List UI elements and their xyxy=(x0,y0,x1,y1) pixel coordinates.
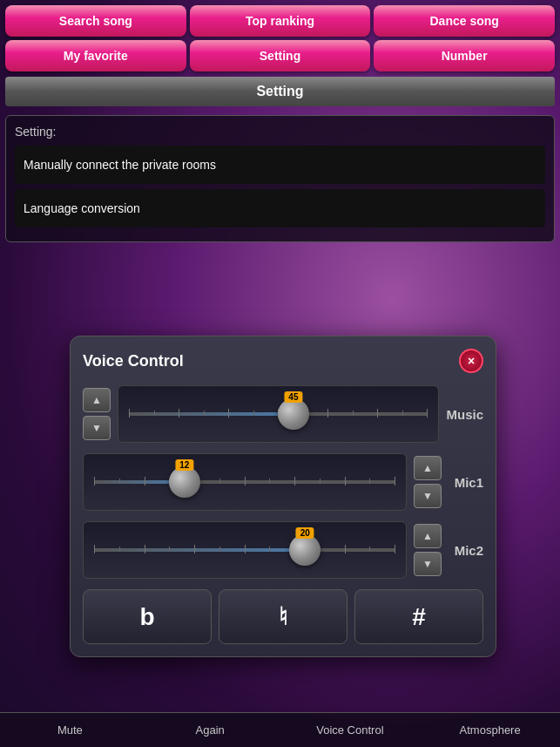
sharp-button[interactable]: # xyxy=(354,589,483,644)
music-slider-row: ▲ ▼ xyxy=(83,385,483,443)
music-up-button[interactable]: ▲ xyxy=(83,388,111,412)
mic2-up-button[interactable]: ▲ xyxy=(414,524,442,548)
mic2-down-button[interactable]: ▼ xyxy=(414,552,442,576)
mic1-slider-row: 12 ▲ ▼ Mic1 xyxy=(83,453,483,511)
bottom-nav: Mute Again Voice Control Atmosphere xyxy=(0,712,560,747)
dance-song-button[interactable]: Dance song xyxy=(374,5,555,37)
setting-panel: Setting: Manually connect the private ro… xyxy=(5,115,555,242)
my-favorite-button[interactable]: My favorite xyxy=(5,40,186,71)
setting-header: Setting xyxy=(5,77,555,106)
mic2-slider-container: 20 xyxy=(83,521,407,579)
nav-row-1: Search song Top ranking Dance song xyxy=(0,0,560,37)
mic2-slider-thumb[interactable]: 20 xyxy=(289,534,320,566)
music-arrow-buttons: ▲ ▼ xyxy=(83,388,111,440)
mic2-value-badge: 20 xyxy=(296,527,314,539)
voice-control-dialog: Voice Control × ▲ ▼ xyxy=(70,336,496,657)
setting-panel-label: Setting: xyxy=(15,125,545,139)
bottom-nav-mute[interactable]: Mute xyxy=(0,718,140,742)
setting-button[interactable]: Setting xyxy=(190,40,371,71)
mic2-slider-row: 20 ▲ ▼ Mic2 xyxy=(83,521,483,579)
symbol-row: b ♮ # xyxy=(83,589,483,644)
mic1-up-button[interactable]: ▲ xyxy=(414,456,442,480)
mic1-slider-container: 12 xyxy=(83,453,407,511)
mic1-slider-track: 12 xyxy=(94,480,395,484)
bottom-nav-again[interactable]: Again xyxy=(140,718,280,742)
mic1-down-button[interactable]: ▼ xyxy=(414,484,442,508)
mic1-arrow-buttons: ▲ ▼ xyxy=(414,456,442,508)
mic2-label: Mic2 xyxy=(449,543,483,558)
music-slider-thumb[interactable]: 45 xyxy=(278,398,309,430)
mic1-value-badge: 12 xyxy=(175,459,193,471)
top-ranking-button[interactable]: Top ranking xyxy=(190,5,371,37)
setting-item-private-rooms[interactable]: Manually connect the private rooms xyxy=(15,146,545,184)
mic2-slider-track: 20 xyxy=(94,548,395,552)
bottom-nav-voice-control[interactable]: Voice Control xyxy=(280,718,421,742)
music-down-button[interactable]: ▼ xyxy=(83,416,111,440)
natural-button[interactable]: ♮ xyxy=(219,589,347,644)
dialog-header: Voice Control × xyxy=(83,349,483,373)
mic2-arrow-buttons: ▲ ▼ xyxy=(414,524,442,576)
mic1-label: Mic1 xyxy=(449,475,483,490)
dialog-title: Voice Control xyxy=(83,352,184,370)
mic1-slider-thumb[interactable]: 12 xyxy=(169,466,200,498)
music-value-badge: 45 xyxy=(284,391,302,403)
music-slider-track: 45 xyxy=(129,412,428,416)
bottom-nav-atmosphere[interactable]: Atmosphere xyxy=(420,718,560,742)
number-button[interactable]: Number xyxy=(374,40,555,71)
music-slider-container: 45 xyxy=(118,385,439,443)
music-label: Music xyxy=(446,407,483,422)
search-song-button[interactable]: Search song xyxy=(5,5,186,37)
setting-item-language-conversion[interactable]: Language conversion xyxy=(15,189,545,227)
close-button[interactable]: × xyxy=(459,349,483,373)
flat-button[interactable]: b xyxy=(83,589,212,644)
nav-row-2: My favorite Setting Number xyxy=(0,37,560,77)
